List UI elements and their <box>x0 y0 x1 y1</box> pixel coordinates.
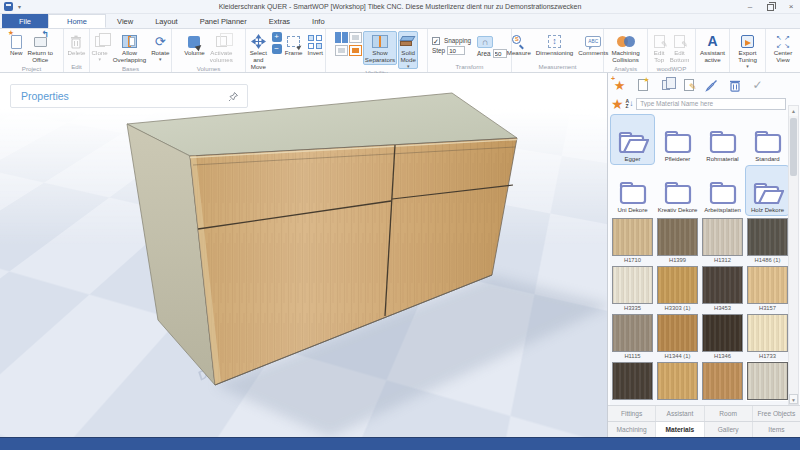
copy-material-icon[interactable] <box>658 78 673 93</box>
return-to-office-button[interactable]: ↰ Return to Office <box>25 31 54 65</box>
measure-button[interactable]: S Measure <box>505 31 533 58</box>
swatch-row4-3[interactable] <box>700 362 745 405</box>
edit-material-icon[interactable]: ✎ <box>681 78 696 93</box>
rotate-button[interactable]: ⟳ Rotate ▾ <box>149 31 171 62</box>
confirm-icon[interactable]: ✓ <box>750 78 765 93</box>
snapping-checkbox[interactable]: ✓ <box>432 37 440 45</box>
swatch-h3157[interactable]: H3157 <box>745 266 790 314</box>
close-button[interactable]: × <box>786 0 796 14</box>
tab-extras[interactable]: Extras <box>258 14 301 28</box>
invert-button[interactable]: Invert <box>306 31 325 58</box>
quick-access-caret-icon[interactable]: ▾ <box>18 3 21 10</box>
area-snap-button[interactable]: ∩ <box>477 36 493 48</box>
folder-standard[interactable]: Standard <box>745 114 790 165</box>
folder-holz-dekore[interactable]: Holz Dekore <box>745 165 790 216</box>
swatch-h1346[interactable]: H1346 <box>700 314 745 362</box>
folder-kreativ-dekore[interactable]: Kreativ Dekore <box>655 165 700 216</box>
machining-collisions-button[interactable]: Machining Collisions <box>609 31 641 65</box>
folder-arbeitsplatten[interactable]: Arbeitsplatten <box>700 165 745 216</box>
tab-gallery[interactable]: Gallery <box>705 422 753 437</box>
favorites-filter-icon[interactable]: ★ <box>611 97 624 111</box>
material-search-input[interactable] <box>636 98 786 110</box>
favorite-add-icon[interactable]: ★+ <box>612 78 627 93</box>
clone-button[interactable]: Clone ▾ <box>90 31 110 62</box>
pin-icon[interactable] <box>228 91 239 102</box>
swatch-h3303[interactable]: H3303 (1) <box>655 266 700 314</box>
swatch-h1733[interactable]: H1733 <box>745 314 790 362</box>
folder-egger[interactable]: Egger <box>610 114 655 165</box>
swatch-row4-2[interactable] <box>655 362 700 405</box>
sort-az-icon[interactable]: AZ ↓ <box>626 99 634 109</box>
folder-rohmaterial[interactable]: Rohmaterial <box>700 114 745 165</box>
assistant-active-button[interactable]: A Assistant active <box>698 31 727 65</box>
scroll-up-icon[interactable]: ▲ <box>789 106 798 116</box>
swatch-h1486[interactable]: H1486 (1) <box>745 218 790 266</box>
frame-button[interactable]: Frame <box>283 31 305 58</box>
new-button[interactable]: ★ New <box>8 31 24 58</box>
scrollbar-thumb[interactable] <box>790 118 797 176</box>
ribbon-group-export: Export Tuning ▾ <box>730 29 766 72</box>
group-label-edit: Edit <box>64 63 89 72</box>
scroll-down-icon[interactable]: ▼ <box>789 394 798 404</box>
export-tuning-button[interactable]: Export Tuning ▾ <box>736 31 759 69</box>
restore-button[interactable] <box>767 4 774 11</box>
swatch-h1399[interactable]: H1399 <box>655 218 700 266</box>
show-outline-toggle[interactable] <box>349 32 362 43</box>
tab-panel-planner[interactable]: Panel Planner <box>189 14 258 28</box>
dimensioning-icon: ↕ <box>548 33 561 50</box>
select-and-move-button[interactable]: Select and Move <box>246 31 271 71</box>
tab-view[interactable]: View <box>106 14 144 28</box>
subtract-mode-button[interactable]: − <box>272 44 282 54</box>
allow-overlapping-button[interactable]: Allow Overlapping <box>111 31 148 65</box>
show-fronts-toggle[interactable] <box>349 45 362 56</box>
viewport-3d[interactable]: Dresser <box>0 73 608 437</box>
edit-top-button[interactable]: ✎ Edit Top <box>652 31 667 65</box>
swatch-h1710[interactable]: H1710 <box>610 218 655 266</box>
add-mode-button[interactable]: + <box>272 32 282 42</box>
swatch-h3453[interactable]: H3453 <box>700 266 745 314</box>
tab-home[interactable]: Home <box>48 14 106 28</box>
folder-pfleiderer[interactable]: Pfleiderer <box>655 114 700 165</box>
center-view-icon: ↖↗ ↙↘ <box>775 33 791 50</box>
volume-button[interactable]: Volume <box>182 31 207 58</box>
tab-items[interactable]: Items <box>753 422 800 437</box>
step-input[interactable] <box>447 46 465 55</box>
delete-material-icon[interactable] <box>727 78 742 93</box>
minimize-button[interactable]: – <box>745 0 755 14</box>
rotate-caret-icon: ▾ <box>159 57 162 61</box>
tab-file[interactable]: File <box>2 14 48 28</box>
app-icon[interactable] <box>4 2 13 11</box>
show-carcass-toggle[interactable] <box>335 45 348 56</box>
dresser-model[interactable] <box>0 73 608 437</box>
show-panels-toggle[interactable] <box>335 32 348 43</box>
new-material-icon[interactable]: ★ <box>635 78 650 93</box>
ribbon-group-measurement: S Measure ↕ Dimensioning ABC Comments Me… <box>512 29 604 72</box>
tab-materials[interactable]: Materials <box>656 422 704 437</box>
swatch-h1312[interactable]: H1312 <box>700 218 745 266</box>
tab-info[interactable]: Info <box>301 14 336 28</box>
solid-mode-button[interactable]: Solid Mode ▾ <box>398 31 418 69</box>
delete-button[interactable]: Delete <box>66 31 88 58</box>
tab-fittings[interactable]: Fittings <box>608 406 656 421</box>
show-separators-button[interactable]: Show Separators <box>363 31 397 65</box>
eyedropper-icon[interactable] <box>704 78 719 93</box>
swatch-row4-1[interactable] <box>610 362 655 405</box>
edit-bottom-button[interactable]: ✎ Edit Bottom <box>668 31 692 65</box>
ribbon: ★ New ↰ Return to Office Project Delete <box>0 29 800 73</box>
swatch-h3335[interactable]: H3335 <box>610 266 655 314</box>
activate-volumes-button[interactable]: Activate volumes <box>208 31 235 65</box>
swatch-h1115[interactable]: H1115 <box>610 314 655 362</box>
folder-icon <box>752 129 784 155</box>
swatch-row4-4[interactable] <box>745 362 790 405</box>
materials-scrollbar[interactable]: ▲ ▼ <box>788 105 799 405</box>
tab-free-objects[interactable]: Free Objects <box>753 406 800 421</box>
center-view-button[interactable]: ↖↗ ↙↘ Center View <box>772 31 795 65</box>
tab-assistant[interactable]: Assistant <box>656 406 704 421</box>
tab-layout[interactable]: Layout <box>144 14 189 28</box>
tab-machining[interactable]: Machining <box>608 422 656 437</box>
properties-panel-header[interactable]: Properties <box>10 84 248 108</box>
folder-uni-dekore[interactable]: Uni Dekore <box>610 165 655 216</box>
swatch-h1344[interactable]: H1344 (1) <box>655 314 700 362</box>
dimensioning-button[interactable]: ↕ Dimensioning <box>534 31 576 58</box>
tab-room[interactable]: Room <box>705 406 753 421</box>
